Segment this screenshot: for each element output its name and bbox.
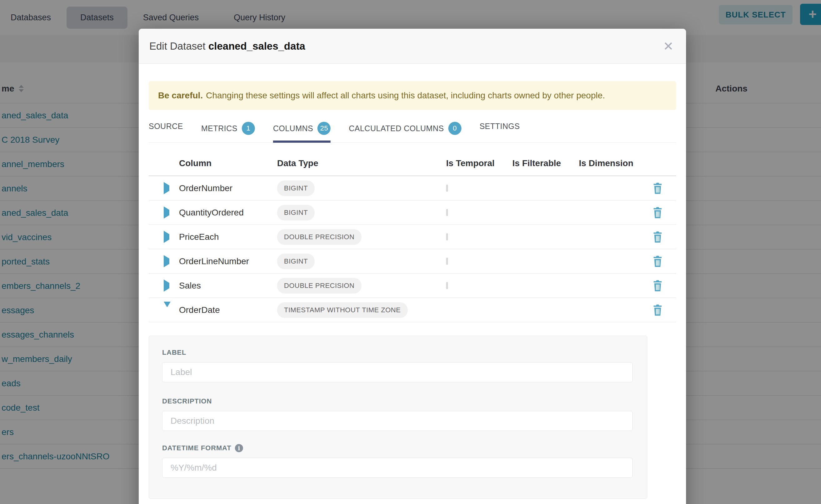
warning-bold: Be careful. xyxy=(158,91,203,101)
metrics-count-badge: 1 xyxy=(242,122,255,135)
header-is-filterable: Is Filterable xyxy=(512,158,579,168)
columns-table: Column Data Type Is Temporal Is Filterab… xyxy=(149,151,676,322)
column-row: OrderLineNumber BIGINT xyxy=(149,249,676,274)
warning-text: Changing these settings will affect all … xyxy=(206,91,605,101)
delete-column-button[interactable] xyxy=(652,279,676,292)
column-name: QuantityOrdered xyxy=(179,208,277,218)
data-type-pill: DOUBLE PRECISION xyxy=(277,278,361,294)
column-row-expanded: OrderDate TIMESTAMP WITHOUT TIME ZONE xyxy=(149,298,676,322)
trash-icon xyxy=(652,255,663,268)
trash-icon xyxy=(652,304,663,316)
expand-caret-icon[interactable] xyxy=(164,231,169,243)
tab-metrics[interactable]: METRICS 1 xyxy=(201,122,255,142)
description-field-label: DESCRIPTION xyxy=(162,397,633,405)
column-name: OrderDate xyxy=(179,305,277,315)
data-type-pill: TIMESTAMP WITHOUT TIME ZONE xyxy=(277,302,408,318)
is-temporal-checkbox[interactable] xyxy=(446,258,448,265)
column-detail-panel: LABEL DESCRIPTION DATETIME FORMAT i xyxy=(149,336,647,499)
data-type-pill: BIGINT xyxy=(277,180,314,196)
column-row: QuantityOrdered BIGINT xyxy=(149,200,676,225)
edit-dataset-modal: Edit Dataset cleaned_sales_data ✕ Be car… xyxy=(139,29,686,504)
tab-columns[interactable]: COLUMNS 25 xyxy=(273,122,331,142)
modal-header: Edit Dataset cleaned_sales_data ✕ xyxy=(139,29,686,64)
close-icon[interactable]: ✕ xyxy=(663,40,674,52)
columns-count-badge: 25 xyxy=(317,122,330,135)
expand-caret-icon[interactable] xyxy=(164,182,169,194)
modal-title: Edit Dataset cleaned_sales_data xyxy=(149,40,305,52)
trash-icon xyxy=(652,279,663,292)
expand-caret-icon[interactable] xyxy=(164,255,169,267)
description-input[interactable] xyxy=(162,411,633,431)
column-name: Sales xyxy=(179,281,277,291)
trash-icon xyxy=(652,231,663,243)
tab-calculated-columns[interactable]: CALCULATED COLUMNS 0 xyxy=(349,122,461,142)
is-temporal-checkbox[interactable] xyxy=(446,282,448,289)
is-temporal-checkbox[interactable] xyxy=(446,209,448,216)
calculated-columns-count-badge: 0 xyxy=(448,122,462,135)
datetime-format-field-label: DATETIME FORMAT i xyxy=(162,444,633,452)
label-input[interactable] xyxy=(162,362,633,382)
column-name: OrderLineNumber xyxy=(179,256,277,266)
column-row: OrderNumber BIGINT xyxy=(149,176,676,200)
trash-icon xyxy=(652,182,663,195)
header-is-dimension: Is Dimension xyxy=(579,158,652,168)
data-type-pill: BIGINT xyxy=(277,254,314,269)
delete-column-button[interactable] xyxy=(652,255,676,268)
header-data-type: Data Type xyxy=(277,158,446,168)
columns-table-header: Column Data Type Is Temporal Is Filterab… xyxy=(149,151,676,176)
delete-column-button[interactable] xyxy=(652,182,676,195)
delete-column-button[interactable] xyxy=(652,231,676,243)
header-column: Column xyxy=(179,158,277,168)
warning-banner: Be careful. Changing these settings will… xyxy=(149,81,676,110)
column-name: PriceEach xyxy=(179,232,277,242)
info-icon[interactable]: i xyxy=(235,444,243,452)
modal-body: Be careful. Changing these settings will… xyxy=(139,81,686,499)
tab-settings[interactable]: SETTINGS xyxy=(480,122,520,138)
delete-column-button[interactable] xyxy=(652,206,676,219)
modal-tabs: SOURCE METRICS 1 COLUMNS 25 CALCULATED C… xyxy=(149,122,676,143)
delete-column-button[interactable] xyxy=(652,304,676,316)
expand-caret-icon[interactable] xyxy=(164,279,169,292)
collapse-caret-icon[interactable] xyxy=(164,302,171,313)
label-field-label: LABEL xyxy=(162,348,633,357)
screen: Databases Datasets Saved Queries Query H… xyxy=(0,0,821,504)
header-is-temporal: Is Temporal xyxy=(446,158,512,168)
trash-icon xyxy=(652,206,663,219)
is-temporal-checkbox[interactable] xyxy=(446,233,448,240)
is-temporal-checkbox[interactable] xyxy=(446,185,448,192)
data-type-pill: BIGINT xyxy=(277,205,314,220)
dataset-name: cleaned_sales_data xyxy=(208,40,305,52)
tab-source[interactable]: SOURCE xyxy=(149,122,183,138)
column-name: OrderNumber xyxy=(179,183,277,193)
column-row: Sales DOUBLE PRECISION xyxy=(149,274,676,298)
data-type-pill: DOUBLE PRECISION xyxy=(277,229,361,245)
datetime-format-input[interactable] xyxy=(162,458,633,478)
column-row: PriceEach DOUBLE PRECISION xyxy=(149,225,676,249)
expand-caret-icon[interactable] xyxy=(164,206,169,219)
